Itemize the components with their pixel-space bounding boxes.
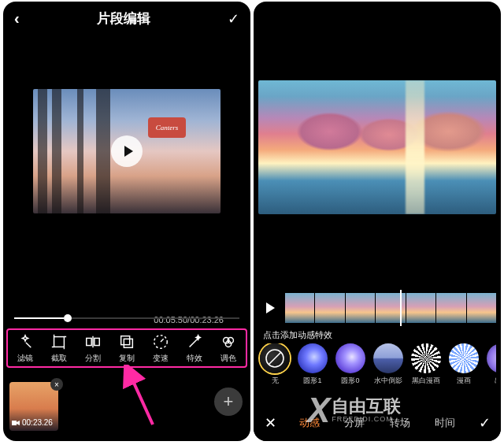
remove-clip-button[interactable]: × <box>50 378 63 391</box>
tool-label: 复制 <box>119 353 135 364</box>
svg-rect-0 <box>54 337 64 347</box>
tab-dynamic[interactable]: 动感 <box>287 416 332 430</box>
timeline-frame <box>314 293 344 323</box>
tab-time[interactable]: 时间 <box>423 416 469 430</box>
star-wand-icon <box>17 333 34 350</box>
preview-image <box>96 89 110 213</box>
tool-label: 滤镜 <box>17 353 33 364</box>
timeline-frame <box>345 293 375 323</box>
play-button[interactable] <box>111 135 143 167</box>
preview-image <box>52 89 61 213</box>
tool-label: 调色 <box>220 353 236 364</box>
effect-circle0[interactable]: 圆形0 <box>334 343 367 386</box>
effects-hint: 点击添加动感特效 <box>263 329 332 341</box>
header: ‹ 片段编辑 ✓ <box>3 2 250 34</box>
split-icon <box>84 333 102 350</box>
effect-label: 无 <box>272 376 279 386</box>
video-icon <box>12 420 20 426</box>
effect-none[interactable]: 无 <box>258 343 291 386</box>
preview-image <box>38 89 47 213</box>
svg-rect-4 <box>121 336 130 345</box>
effect-label: 漫画 <box>457 376 471 386</box>
tool-split[interactable]: 分割 <box>76 333 109 364</box>
preview-image <box>77 89 83 213</box>
video-preview[interactable] <box>258 80 496 214</box>
svg-rect-1 <box>87 338 91 345</box>
tool-fx[interactable]: 特效 <box>178 333 212 364</box>
tab-splitscreen[interactable]: 分屏 <box>332 416 378 430</box>
back-button[interactable]: ‹ <box>14 9 20 28</box>
timeline-frame <box>406 293 435 323</box>
effect-comic[interactable]: 漫画 <box>447 343 480 386</box>
svg-rect-9 <box>12 421 17 425</box>
confirm-button[interactable]: ✓ <box>228 10 239 28</box>
preview-sign: Canters <box>148 117 186 138</box>
clip-toolbar: 滤镜 截取 分割 复制 变速 特效 <box>6 328 247 368</box>
tool-color[interactable]: 调色 <box>212 333 246 364</box>
effect-label: 出帧 <box>495 376 496 386</box>
confirm-button[interactable]: ✓ <box>468 414 501 432</box>
tool-label: 特效 <box>187 353 202 364</box>
progress-knob[interactable] <box>64 314 72 322</box>
video-preview[interactable]: Canters <box>33 89 220 213</box>
add-clip-button[interactable]: + <box>214 388 243 416</box>
effect-label: 黑白漫画 <box>412 376 440 386</box>
play-icon <box>264 302 276 314</box>
progress-slider[interactable] <box>14 317 239 319</box>
time-display: 00:05.50/00:23.26 <box>154 315 224 324</box>
preview-image <box>258 100 496 163</box>
svg-rect-2 <box>94 338 99 345</box>
effects-tabs: ✕ 动感 分屏 转场 时间 ✓ <box>254 405 501 441</box>
tab-transition[interactable]: 转场 <box>377 416 423 430</box>
svg-rect-3 <box>124 339 132 347</box>
effect-reflection[interactable]: 水中倒影 <box>372 343 405 386</box>
copy-icon <box>118 333 135 350</box>
play-icon <box>122 145 135 158</box>
annotation-arrow-icon <box>121 365 169 428</box>
effect-outframe[interactable]: 出帧 <box>485 343 496 386</box>
timeline-frame <box>285 293 314 323</box>
clip-duration: 00:23.26 <box>12 418 53 427</box>
timeline-frame <box>435 293 465 323</box>
tool-label: 分割 <box>85 353 101 364</box>
speed-icon <box>152 333 169 350</box>
playhead[interactable] <box>400 290 402 326</box>
effect-circle1[interactable]: 圆形1 <box>296 343 329 386</box>
play-button[interactable] <box>260 298 280 318</box>
effects-screen: 点击添加动感特效 无 圆形1 圆形0 水中倒影 黑白漫画 <box>254 2 501 441</box>
effect-bw-comic[interactable]: 黑白漫画 <box>410 343 443 386</box>
page-title: 片段编辑 <box>97 9 150 28</box>
effects-row: 无 圆形1 圆形0 水中倒影 黑白漫画 漫画 <box>258 343 496 386</box>
timeline-frame <box>466 293 496 323</box>
clip-edit-screen: ‹ 片段编辑 ✓ Canters 00:05.50/00:23.26 滤镜 <box>3 2 250 441</box>
none-icon <box>260 343 290 373</box>
preview-image <box>406 80 424 214</box>
tool-crop[interactable]: 截取 <box>42 333 76 364</box>
tool-label: 变速 <box>153 353 169 364</box>
effect-label: 圆形1 <box>303 376 321 386</box>
tool-copy[interactable]: 复制 <box>109 333 143 364</box>
tool-speed[interactable]: 变速 <box>144 333 178 364</box>
effect-label: 水中倒影 <box>374 376 402 386</box>
crop-icon <box>50 333 68 350</box>
tool-filter[interactable]: 滤镜 <box>8 333 42 364</box>
timeline-strip[interactable] <box>285 293 496 323</box>
color-icon <box>220 333 237 350</box>
effect-label: 圆形0 <box>341 376 359 386</box>
tool-label: 截取 <box>51 353 67 364</box>
wand-icon <box>186 333 203 350</box>
close-button[interactable]: ✕ <box>254 414 287 432</box>
